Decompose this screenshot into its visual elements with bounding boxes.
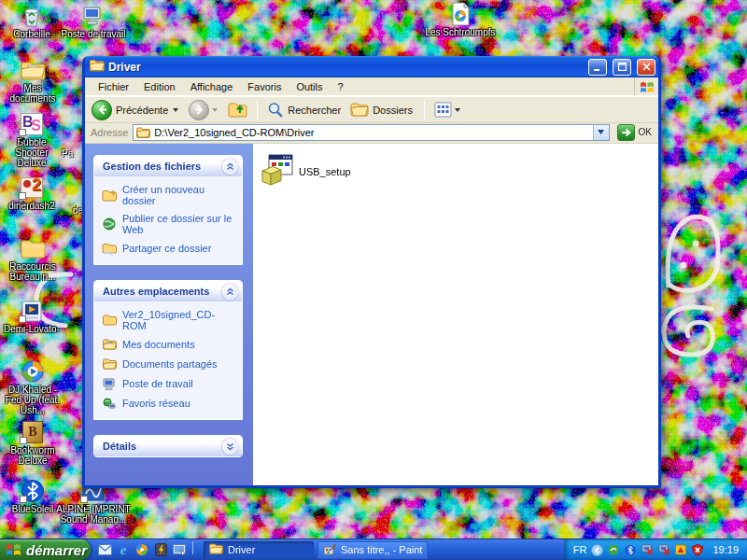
- desktop-icon-bubble-shooter[interactable]: B S Bubble Shooter Deluxe: [2, 112, 62, 168]
- glyph-s: S: [31, 118, 41, 134]
- folders-label: Dossiers: [373, 105, 413, 116]
- network-disconnected-icon[interactable]: [641, 543, 654, 556]
- panel-details: Détails: [93, 435, 243, 457]
- show-desktop-icon[interactable]: [172, 542, 187, 557]
- expand-chevron-icon[interactable]: [222, 439, 238, 455]
- desktop-icon-dj-khaled[interactable]: DJ Khaled - Fed Up (feat. Ush...: [0, 359, 65, 415]
- menu-aide[interactable]: ?: [331, 78, 351, 95]
- menu-outils[interactable]: Outils: [289, 78, 330, 95]
- menu-affichage[interactable]: Affichage: [183, 78, 241, 95]
- task-publish-web[interactable]: Publier ce dossier sur le Web: [102, 213, 238, 235]
- folder-icon: [20, 236, 46, 260]
- toolbar: Précédente Rechercher Dossiers: [85, 96, 658, 123]
- desktop-icon-les-schtroumpfs[interactable]: Les Schtroumpfs: [414, 2, 507, 37]
- place-favoris-reseau[interactable]: Favoris réseau: [102, 397, 238, 410]
- address-dropdown-button[interactable]: [593, 125, 609, 140]
- place-label: Documents partagés: [122, 358, 218, 370]
- task-share-folder[interactable]: Partager ce dossier: [102, 242, 238, 255]
- menu-favoris[interactable]: Favoris: [240, 78, 289, 95]
- taskbar-button-paint[interactable]: Sans titre,, - Paint: [317, 541, 428, 559]
- folders-button[interactable]: Dossiers: [347, 100, 417, 119]
- address-value[interactable]: D:\Ver2_10signed_CD-ROM\Driver: [154, 127, 588, 138]
- desktop-icon-label: dinerdash2: [8, 201, 54, 211]
- quick-launch-separator: [190, 541, 195, 558]
- desktop-icon-raccourcis-bureau[interactable]: Raccourcis Bureau n...: [6, 236, 60, 282]
- media-player-icon[interactable]: [134, 542, 149, 557]
- start-button[interactable]: démarrer: [0, 539, 91, 560]
- back-button[interactable]: Précédente: [89, 98, 184, 122]
- shortcut-arrow-icon: [19, 315, 26, 323]
- winamp-icon[interactable]: [153, 542, 168, 557]
- dinerdash-dot: [23, 180, 31, 188]
- go-button[interactable]: OK: [614, 124, 655, 141]
- media-clip-icon: [19, 299, 45, 323]
- minimize-button[interactable]: [588, 59, 607, 76]
- desktop-icon-dinerdash2[interactable]: 2 dinerdash2: [4, 175, 60, 211]
- taskbar: démarrer e Driver Sans titre,, - Paint F…: [0, 539, 747, 560]
- window-title: Driver: [108, 61, 583, 74]
- up-button[interactable]: [225, 99, 250, 120]
- desktop-icon-corbeille[interactable]: Corbeille: [7, 4, 56, 39]
- views-button[interactable]: [431, 100, 466, 119]
- go-arrow-icon: [617, 124, 635, 141]
- place-label: Ver2_10signed_CD-ROM: [122, 309, 238, 331]
- desktop-icon-bookworm[interactable]: B Bookworm Deluxe: [6, 420, 60, 466]
- file-list-area[interactable]: USB_setup: [253, 144, 658, 485]
- close-button[interactable]: [637, 59, 655, 76]
- place-label: Poste de travail: [122, 378, 193, 389]
- file-usb-setup[interactable]: USB_setup: [259, 151, 399, 192]
- address-bar: Adresse D:\Ver2_10signed_CD-ROM\Driver O…: [85, 123, 658, 144]
- shortcut-arrow-icon: [19, 129, 26, 136]
- views-dropdown-icon[interactable]: [455, 108, 460, 112]
- panel-file-tasks-header[interactable]: Gestion des fichiers: [94, 156, 242, 176]
- shortcut-arrow-icon: [20, 437, 27, 444]
- outlook-express-icon[interactable]: [97, 542, 112, 557]
- desktop: Corbeille Poste de travail Les Schtroump…: [0, 0, 747, 560]
- tray-utility-icon[interactable]: [607, 543, 620, 556]
- taskbar-button-driver[interactable]: Driver: [204, 541, 314, 559]
- menu-fichier[interactable]: Fichier: [91, 78, 136, 95]
- security-shield-icon[interactable]: [691, 543, 704, 556]
- maximize-button[interactable]: [613, 59, 631, 76]
- toolbar-separator: [257, 100, 258, 120]
- place-documents-partages[interactable]: Documents partagés: [102, 357, 238, 371]
- panel-title: Gestion des fichiers: [103, 161, 201, 172]
- network-disconnected-icon[interactable]: [657, 543, 670, 556]
- task-label: Publier ce dossier sur le Web: [122, 213, 238, 235]
- warning-tray-icon[interactable]: [674, 543, 687, 556]
- clock[interactable]: 19:19: [712, 544, 739, 555]
- task-create-folder[interactable]: Créer un nouveau dossier: [102, 184, 238, 206]
- installer-icon: [261, 153, 294, 190]
- collapse-chevron-icon[interactable]: [222, 284, 238, 300]
- bluetooth-tray-icon[interactable]: [624, 543, 637, 556]
- place-poste-de-travail[interactable]: Poste de travail: [102, 377, 238, 390]
- search-button[interactable]: Rechercher: [264, 100, 345, 120]
- desktop-icon-label: DJ Khaled - Fed Up (feat. Ush...: [0, 385, 65, 415]
- desktop-icon-poste-de-travail[interactable]: Poste de travail: [56, 4, 131, 39]
- panel-details-header[interactable]: Détails: [94, 436, 242, 456]
- panel-other-places-header[interactable]: Autres emplacements: [94, 281, 242, 301]
- place-mes-documents[interactable]: Mes documents: [102, 338, 238, 351]
- media-file-icon: [447, 2, 473, 26]
- search-icon: [267, 102, 284, 119]
- language-indicator[interactable]: FR: [573, 544, 587, 555]
- desktop-icon-mes-documents[interactable]: Mes documents: [2, 58, 63, 104]
- window-titlebar[interactable]: Driver: [85, 56, 658, 77]
- back-label: Précédente: [116, 105, 168, 116]
- collapse-chevron-icon[interactable]: [222, 159, 238, 175]
- forward-button[interactable]: [186, 98, 223, 122]
- shortcut-arrow-icon: [80, 496, 88, 503]
- internet-explorer-icon[interactable]: e: [116, 542, 131, 557]
- desktop-icon-label: Demi-Lovato-: [4, 324, 60, 334]
- back-dropdown-icon[interactable]: [173, 108, 178, 112]
- forward-dropdown-icon: [212, 108, 218, 112]
- desktop-icon-demi-lovato[interactable]: Demi-Lovato-: [0, 299, 63, 334]
- place-cdrom[interactable]: Ver2_10signed_CD-ROM: [102, 309, 238, 331]
- quick-launch: e: [91, 539, 202, 560]
- address-combo[interactable]: D:\Ver2_10signed_CD-ROM\Driver: [133, 124, 609, 141]
- menu-edition[interactable]: Edition: [136, 78, 183, 95]
- paint-icon: [323, 543, 336, 557]
- shortcut-arrow-icon: [20, 496, 27, 503]
- hide-icons-chevron[interactable]: [590, 543, 603, 556]
- bubble-shooter-icon: B S: [19, 112, 45, 136]
